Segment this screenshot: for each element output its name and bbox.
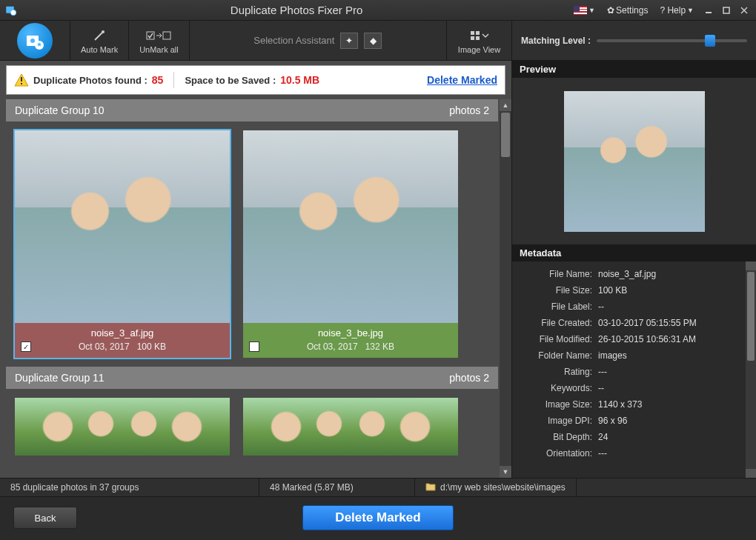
group-count: photos 2 <box>449 104 489 116</box>
photo-footer: noise_3_af.jpg Oct 03, 2017 100 KB ✓ <box>15 323 230 358</box>
check-icon: ✓ <box>23 343 29 351</box>
svg-rect-14 <box>471 31 474 35</box>
metadata-key: Keywords: <box>518 383 598 393</box>
status-summary: 85 duplicate photos in 37 groups <box>0 479 259 496</box>
metadata-row: Image DPI:96 x 96 <box>512 413 744 429</box>
group-title: Duplicate Group 10 <box>15 104 105 116</box>
metadata-key: Orientation: <box>518 448 598 459</box>
settings-button[interactable]: ✿ Settings <box>603 4 652 17</box>
assist-swap-button[interactable]: ✦ <box>340 33 358 49</box>
status-path: d:\my web sites\website\images <box>415 479 577 496</box>
preview-pane <box>512 78 756 244</box>
metadata-row: Keywords:-- <box>512 380 744 396</box>
metadata-key: Folder Name: <box>518 350 598 361</box>
matching-level-control: Matching Level : <box>511 21 756 60</box>
metadata-row: Bit Depth:24 <box>512 429 744 445</box>
group-title: Duplicate Group 11 <box>15 372 105 384</box>
titlebar: Duplicate Photos Fixer Pro ▼ ✿ Settings … <box>0 0 756 21</box>
metadata-row: File Modified:26-10-2015 10:56:31 AM <box>512 331 744 347</box>
help-button[interactable]: ? Help ▼ <box>655 4 698 17</box>
svg-point-1 <box>10 10 16 16</box>
grid-icon <box>469 27 490 44</box>
svg-rect-16 <box>471 36 474 40</box>
photo-card[interactable] <box>243 398 458 456</box>
photo-checkbox[interactable]: ✓ <box>21 341 31 352</box>
metadata-list: File Name:noise_3_af.jpgFile Size:100 KB… <box>512 261 744 478</box>
metadata-key: File Size: <box>518 285 598 296</box>
metadata-key: File Modified: <box>518 334 598 344</box>
svg-rect-11 <box>147 32 154 39</box>
selection-assistant-label: Selection Assistant <box>253 35 334 46</box>
svg-line-9 <box>95 33 102 40</box>
metadata-value: -- <box>598 383 604 393</box>
minimize-button[interactable] <box>701 4 716 17</box>
metadata-scrollbar[interactable] <box>746 261 756 478</box>
photo-thumbnail[interactable] <box>243 130 458 323</box>
photo-card[interactable]: noise_3_be.jpg Oct 03, 2017 132 KB <box>243 130 458 358</box>
photo-thumbnail[interactable] <box>15 398 230 456</box>
delete-marked-button[interactable]: Delete Marked <box>302 505 454 530</box>
close-button[interactable] <box>737 4 752 17</box>
image-view-button[interactable]: Image View <box>446 21 511 60</box>
dup-count: 85 <box>152 74 164 86</box>
bottom-bar: Back Delete Marked <box>0 497 756 539</box>
metadata-row: File Created:03-10-2017 05:15:55 PM <box>512 315 744 331</box>
matching-level-slider[interactable] <box>597 39 747 42</box>
wand-icon <box>93 27 106 44</box>
metadata-key: File Label: <box>518 301 598 312</box>
group-count: photos 2 <box>449 372 489 384</box>
grid-scrollbar[interactable]: ▲ ▼ <box>500 99 511 478</box>
metadata-value: 1140 x 373 <box>598 399 642 410</box>
metadata-value: noise_3_af.jpg <box>598 269 656 279</box>
scroll-up-button[interactable] <box>746 261 756 270</box>
svg-rect-3 <box>723 7 729 13</box>
preview-image[interactable] <box>564 91 705 232</box>
metadata-row: File Label:-- <box>512 299 744 315</box>
metadata-value: 03-10-2017 05:15:55 PM <box>598 318 697 328</box>
metadata-row: Rating:--- <box>512 364 744 380</box>
auto-mark-button[interactable]: Auto Mark <box>70 21 128 60</box>
photo-thumbnail[interactable] <box>15 130 230 323</box>
photo-checkbox[interactable] <box>249 341 259 352</box>
gear-icon: ✿ <box>607 5 614 16</box>
metadata-key: File Created: <box>518 318 598 328</box>
unmark-icon <box>146 27 171 44</box>
slider-thumb[interactable] <box>705 35 715 47</box>
scroll-up-button[interactable]: ▲ <box>500 99 511 111</box>
metadata-value: 100 KB <box>598 285 627 296</box>
svg-rect-20 <box>21 83 22 84</box>
maximize-button[interactable] <box>719 4 734 17</box>
status-bar: 85 duplicate photos in 37 groups 48 Mark… <box>0 478 756 497</box>
metadata-value: 24 <box>598 432 608 442</box>
selection-assistant-group: Selection Assistant ✦ ◆ <box>189 21 446 60</box>
svg-rect-19 <box>21 77 22 81</box>
language-flag[interactable]: ▼ <box>569 4 600 16</box>
scroll-down-button[interactable] <box>746 469 756 478</box>
group-header[interactable]: Duplicate Group 10 photos 2 <box>6 99 498 121</box>
toolbar: Auto Mark UnMark all Selection Assistant… <box>0 21 756 61</box>
scrollbar-thumb[interactable] <box>501 113 510 157</box>
metadata-value: 96 x 96 <box>598 416 627 426</box>
assist-erase-button[interactable]: ◆ <box>364 33 382 49</box>
metadata-key: Bit Depth: <box>518 432 598 442</box>
photo-card[interactable] <box>15 398 230 456</box>
photo-thumbnail[interactable] <box>243 398 458 456</box>
metadata-value: --- <box>598 448 607 459</box>
group-header[interactable]: Duplicate Group 11 photos 2 <box>6 367 498 389</box>
metadata-row: Orientation:--- <box>512 445 744 461</box>
scroll-down-button[interactable]: ▼ <box>500 466 511 478</box>
space-label: Space to be Saved : <box>185 75 276 86</box>
app-title: Duplicate Photos Fixer Pro <box>24 4 569 16</box>
space-value: 10.5 MB <box>280 74 319 86</box>
matching-level-label: Matching Level : <box>521 36 591 46</box>
metadata-row: File Name:noise_3_af.jpg <box>512 266 744 282</box>
delete-marked-link[interactable]: Delete Marked <box>427 74 497 86</box>
metadata-row: Image Size:1140 x 373 <box>512 396 744 413</box>
photo-card[interactable]: noise_3_af.jpg Oct 03, 2017 100 KB ✓ <box>15 130 230 358</box>
swap-icon: ✦ <box>345 36 353 46</box>
unmark-all-button[interactable]: UnMark all <box>128 21 189 60</box>
metadata-value: 26-10-2015 10:56:31 AM <box>598 334 696 344</box>
back-button[interactable]: Back <box>13 507 77 529</box>
scrollbar-thumb[interactable] <box>747 272 755 361</box>
folder-icon <box>425 482 436 493</box>
